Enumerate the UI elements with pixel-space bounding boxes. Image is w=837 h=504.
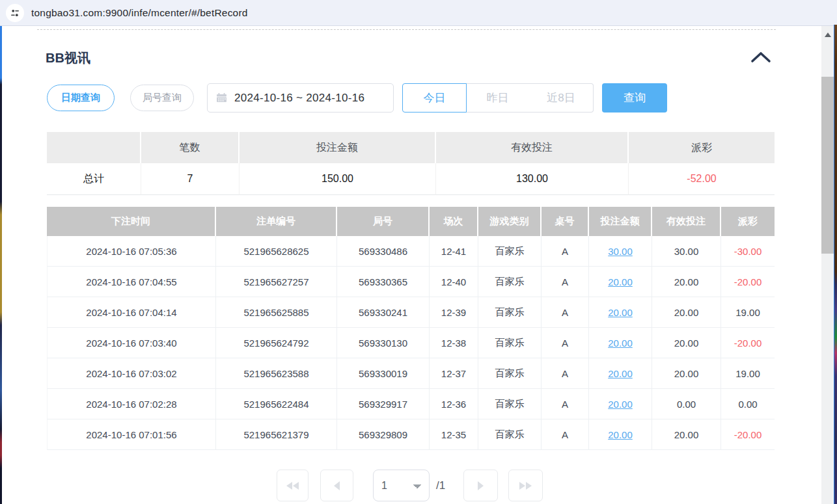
bet-table-header: 下注时间注单编号局号场次游戏类别桌号投注金额有效投注派彩: [47, 207, 775, 236]
calendar-icon: [216, 92, 227, 103]
table-cell: 12-38: [430, 328, 478, 358]
column-header: 派彩: [721, 207, 775, 236]
scrollbar-thumb[interactable]: [821, 77, 834, 254]
table-cell: 2024-10-16 07:04:14: [47, 297, 216, 328]
table-cell: 2024-10-16 07:05:36: [47, 236, 216, 267]
round-query-button[interactable]: 局号查询: [130, 85, 194, 111]
last-page-button[interactable]: [508, 470, 543, 501]
pagination: 1 /1: [277, 470, 543, 501]
today-button[interactable]: 今日: [402, 83, 467, 113]
column-header: 游戏类别: [478, 207, 542, 236]
table-cell: 2024-10-16 07:02:28: [47, 389, 216, 419]
site-info-button[interactable]: [6, 4, 24, 22]
bet-amount-link[interactable]: 20.00: [589, 328, 652, 358]
bet-amount-link[interactable]: 20.00: [589, 419, 652, 450]
bet-amount-link[interactable]: 20.00: [589, 297, 652, 328]
chevron-up-icon: [750, 51, 771, 63]
table-cell: 0.00: [652, 389, 721, 419]
summary-bet-amount-value: 150.00: [240, 163, 436, 195]
prev-page-button[interactable]: [320, 470, 353, 501]
bet-records-table: 下注时间注单编号局号场次游戏类别桌号投注金额有效投注派彩 2024-10-16 …: [47, 207, 775, 450]
table-cell: 2024-10-16 07:01:56: [47, 419, 216, 450]
table-row: 2024-10-16 07:03:02521965623588569330019…: [47, 358, 775, 389]
table-cell: 百家乐: [478, 389, 542, 419]
page-number-select[interactable]: 1: [373, 470, 430, 501]
table-cell: 569329917: [337, 389, 430, 419]
table-cell: -20.00: [721, 267, 775, 297]
date-range-value: 2024-10-16 ~ 2024-10-16: [234, 92, 364, 105]
summary-payout-value: -52.00: [629, 163, 775, 195]
first-page-button[interactable]: [277, 470, 309, 501]
column-header: 有效投注: [652, 207, 721, 236]
bet-table-body: 2024-10-16 07:05:36521965628625569330486…: [47, 236, 775, 450]
table-cell: 569330241: [337, 297, 430, 328]
left-window-edge: [0, 26, 2, 504]
table-cell: 569330019: [337, 358, 430, 389]
collapse-panel-button[interactable]: [750, 49, 772, 65]
summary-header-empty: [47, 132, 141, 163]
tune-sliders-icon: [10, 8, 20, 18]
scroll-up-arrow-icon[interactable]: [821, 30, 834, 39]
date-range-input[interactable]: 2024-10-16 ~ 2024-10-16: [207, 83, 394, 113]
table-row: 2024-10-16 07:03:40521965624792569330130…: [47, 328, 775, 358]
table-cell: 569330365: [337, 267, 430, 297]
table-cell: 521965627257: [216, 267, 337, 297]
table-cell: 2024-10-16 07:03:40: [47, 328, 216, 358]
table-cell: 569329809: [337, 419, 430, 450]
table-cell: 百家乐: [478, 236, 542, 267]
yesterday-button[interactable]: 昨日: [466, 83, 530, 113]
first-page-icon: [286, 482, 299, 490]
vertical-scrollbar[interactable]: [821, 26, 834, 504]
summary-header-count: 笔数: [141, 132, 240, 163]
bet-amount-link[interactable]: 20.00: [589, 358, 652, 389]
table-cell: A: [542, 267, 589, 297]
search-button[interactable]: 查询: [602, 83, 667, 113]
prev-page-icon: [334, 481, 340, 490]
bet-amount-link[interactable]: 20.00: [589, 267, 652, 297]
table-cell: 20.00: [652, 328, 721, 358]
column-header: 桌号: [542, 207, 589, 236]
table-cell: 12-39: [430, 297, 478, 328]
right-window-edge: [834, 25, 837, 504]
next-page-button[interactable]: [463, 470, 498, 501]
column-header: 场次: [430, 207, 478, 236]
summary-valid-bet-value: 130.00: [436, 163, 629, 195]
table-cell: 百家乐: [478, 328, 542, 358]
column-header: 局号: [337, 207, 430, 236]
table-cell: A: [542, 297, 589, 328]
table-cell: 569330486: [337, 236, 430, 267]
summary-header-bet-amount: 投注金额: [240, 132, 436, 163]
column-header: 下注时间: [47, 207, 216, 236]
table-cell: 20.00: [652, 358, 721, 389]
table-cell: 521965622484: [216, 389, 337, 419]
summary-table: 笔数 投注金额 有效投注 派彩 总计 7 150.00 130.00 -52.0…: [47, 132, 775, 195]
table-cell: 521965623588: [216, 358, 337, 389]
table-row: 2024-10-16 07:01:56521965621379569329809…: [47, 419, 775, 450]
table-cell: 百家乐: [478, 419, 542, 450]
table-cell: -30.00: [721, 236, 775, 267]
table-cell: 19.00: [721, 297, 775, 328]
table-cell: 521965621379: [216, 419, 337, 450]
table-cell: 521965628625: [216, 236, 337, 267]
address-bar[interactable]: tongbao31.com:9900/infe/mcenter/#/betRec…: [0, 0, 837, 26]
table-cell: 2024-10-16 07:04:55: [47, 267, 216, 297]
table-cell: 12-41: [430, 236, 478, 267]
table-row: 2024-10-16 07:05:36521965628625569330486…: [47, 236, 775, 267]
bet-amount-link[interactable]: 20.00: [589, 389, 652, 419]
date-query-button[interactable]: 日期查询: [47, 85, 115, 111]
table-cell: 521965624792: [216, 328, 337, 358]
url-text[interactable]: tongbao31.com:9900/infe/mcenter/#/betRec…: [31, 7, 248, 19]
column-header: 投注金额: [589, 207, 652, 236]
table-cell: -20.00: [721, 328, 775, 358]
table-cell: -20.00: [721, 419, 775, 450]
page-total-label: /1: [436, 479, 445, 492]
bet-amount-link[interactable]: 30.00: [589, 236, 652, 267]
table-cell: 百家乐: [478, 267, 542, 297]
summary-count-value: 7: [141, 163, 240, 195]
table-cell: 百家乐: [478, 358, 542, 389]
table-cell: 19.00: [721, 358, 775, 389]
last-8-days-button[interactable]: 近8日: [529, 83, 594, 113]
table-row: 2024-10-16 07:04:55521965627257569330365…: [47, 267, 775, 297]
table-cell: A: [542, 236, 589, 267]
summary-total-label: 总计: [47, 163, 141, 195]
